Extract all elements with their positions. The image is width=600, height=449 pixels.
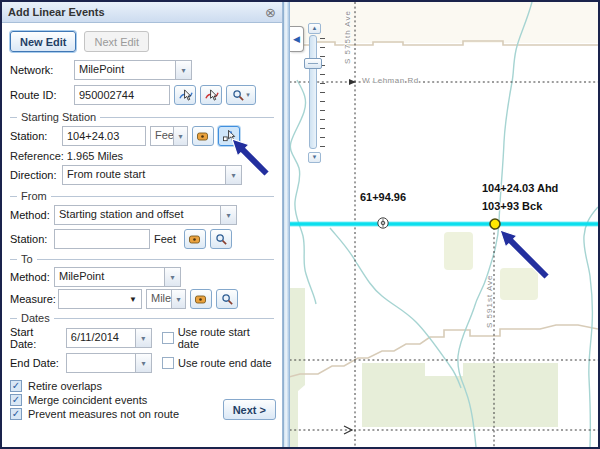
green-parcel-small-2 <box>500 268 538 300</box>
route-search-menu-button[interactable]: ▾ <box>226 85 256 105</box>
network-label: Network: <box>10 64 70 76</box>
chevron-down-icon[interactable]: ▾ <box>175 61 191 79</box>
measure-select[interactable]: ▼ <box>58 289 142 309</box>
station-label-mid: 61+94.96 <box>345 191 421 203</box>
terrain-tint <box>285 2 598 43</box>
retire-overlaps-label: Retire overlaps <box>28 380 102 392</box>
reference-station-marker[interactable] <box>378 218 388 228</box>
starting-station-heading: Starting Station <box>21 111 96 123</box>
station-label: Station: <box>10 130 58 142</box>
picked-station-marker[interactable] <box>490 219 500 229</box>
measure-label: Measure: <box>10 293 54 305</box>
chevron-down-icon[interactable]: ▾ <box>173 127 187 145</box>
chevron-down-icon[interactable]: ▾ <box>225 166 241 184</box>
start-date-picker[interactable]: 6/11/2014 ▾ <box>66 328 152 348</box>
network-select[interactable]: MilePoint ▾ <box>74 60 192 80</box>
starting-station-separator: Starting Station <box>10 111 274 123</box>
route-id-label: Route ID: <box>10 89 70 101</box>
from-set-from-map-button[interactable] <box>184 229 206 249</box>
from-station-unit: Feet <box>154 233 176 245</box>
search-icon <box>232 89 245 102</box>
panel-splitter[interactable] <box>283 2 290 447</box>
close-icon[interactable]: ⊗ <box>265 6 276 19</box>
zoom-in-icon: ▲ <box>312 25 318 31</box>
panel-header: Add Linear Events ⊗ <box>2 2 282 23</box>
search-icon <box>215 233 228 246</box>
network-value: MilePoint <box>75 61 175 79</box>
route-id-input[interactable] <box>74 85 170 105</box>
from-search-button[interactable] <box>210 229 232 249</box>
zoom-slider-track[interactable] <box>309 35 317 149</box>
chevron-down-icon[interactable]: ▾ <box>164 268 180 286</box>
station-unit-select[interactable]: Feet ▾ <box>150 126 188 146</box>
chevron-down-icon[interactable]: ▾ <box>220 206 236 224</box>
prevent-measures-checkbox[interactable]: ✓ <box>10 408 22 420</box>
from-method-select[interactable]: Starting station and offset ▾ <box>54 205 237 225</box>
end-date-label: End Date: <box>10 357 62 369</box>
station-unit-value: Feet <box>151 127 173 145</box>
to-heading: To <box>21 253 33 265</box>
prevent-measures-label: Prevent measures not on route <box>28 408 179 420</box>
from-separator: From <box>10 190 274 202</box>
panel-title: Add Linear Events <box>8 6 265 18</box>
locate-point-icon <box>188 233 202 245</box>
zoom-out-icon: ▼ <box>312 154 318 160</box>
direction-value: From route start <box>63 166 225 184</box>
start-date-value: 6/11/2014 <box>67 329 135 347</box>
next-button[interactable]: Next > <box>223 399 276 420</box>
locate-point-icon <box>194 293 208 305</box>
zoom-in-button[interactable]: ▲ <box>308 23 321 34</box>
use-route-end-date-checkbox[interactable]: ✓ <box>162 357 174 369</box>
to-separator: To <box>10 253 274 265</box>
end-date-value <box>67 354 135 372</box>
station-label-ahead: 104+24.03 Ahd <box>482 182 558 194</box>
road-label-s-575th-ave: S 575th Ave <box>343 4 352 64</box>
station-input[interactable] <box>62 126 146 146</box>
chevron-down-icon: ▾ <box>246 91 250 99</box>
route-select-icon <box>178 88 193 102</box>
use-route-start-date-checkbox[interactable]: ✓ <box>162 332 174 344</box>
to-method-label: Method: <box>10 271 50 283</box>
end-date-picker[interactable]: ▾ <box>66 353 152 373</box>
collapse-panel-button[interactable]: ◀ <box>290 26 304 52</box>
add-linear-events-panel: Add Linear Events ⊗ New Edit Next Edit N… <box>2 2 283 447</box>
zoom-out-button[interactable]: ▼ <box>308 152 321 163</box>
select-route-on-map-button[interactable] <box>174 85 196 105</box>
to-method-value: MilePoint <box>55 268 164 286</box>
road-label-w-lehman-rd: W Lehman Rd <box>362 76 419 85</box>
measure-unit-select[interactable]: Miles ▾ <box>146 289 186 309</box>
from-station-input[interactable] <box>54 229 150 249</box>
from-heading: From <box>21 190 47 202</box>
merge-coincident-events-checkbox[interactable]: ✓ <box>10 394 22 406</box>
direction-select[interactable]: From route start ▾ <box>62 165 242 185</box>
to-method-select[interactable]: MilePoint ▾ <box>54 267 181 287</box>
zoom-slider-ticks <box>320 38 325 148</box>
dates-heading: Dates <box>21 312 50 324</box>
start-date-label: Start Date: <box>10 326 62 350</box>
green-parcel-small-1 <box>444 232 473 270</box>
retire-overlaps-checkbox[interactable]: ✓ <box>10 380 22 392</box>
measure-set-from-map-button[interactable] <box>190 289 212 309</box>
measure-search-button[interactable] <box>216 289 238 309</box>
measure-unit-value: Miles <box>147 290 171 308</box>
chevron-down-icon[interactable]: ▾ <box>135 354 151 372</box>
station-label-back: 103+93 Bck <box>482 200 542 212</box>
road-label-s-591st-ave: S 591st Ave <box>485 262 494 328</box>
from-method-value: Starting station and offset <box>55 206 220 224</box>
station-select-icon <box>222 129 237 143</box>
search-icon <box>221 293 234 306</box>
chevron-down-icon[interactable]: ▾ <box>171 290 185 308</box>
pick-station-on-map-button[interactable] <box>218 126 240 146</box>
new-edit-button[interactable]: New Edit <box>10 31 76 52</box>
next-edit-button[interactable]: Next Edit <box>84 31 149 52</box>
chevron-down-icon[interactable]: ▾ <box>135 329 151 347</box>
from-station-label: Station: <box>10 233 50 245</box>
direction-label: Direction: <box>10 169 58 181</box>
map[interactable] <box>285 2 598 447</box>
reference-readout: Reference: 1.965 Miles <box>10 150 274 162</box>
collapse-left-icon: ◀ <box>293 34 300 44</box>
clear-route-selection-button[interactable] <box>200 85 222 105</box>
zoom-slider-thumb[interactable] <box>304 58 322 69</box>
set-station-from-map-button[interactable] <box>192 126 214 146</box>
merge-coincident-events-label: Merge coincident events <box>28 394 147 406</box>
